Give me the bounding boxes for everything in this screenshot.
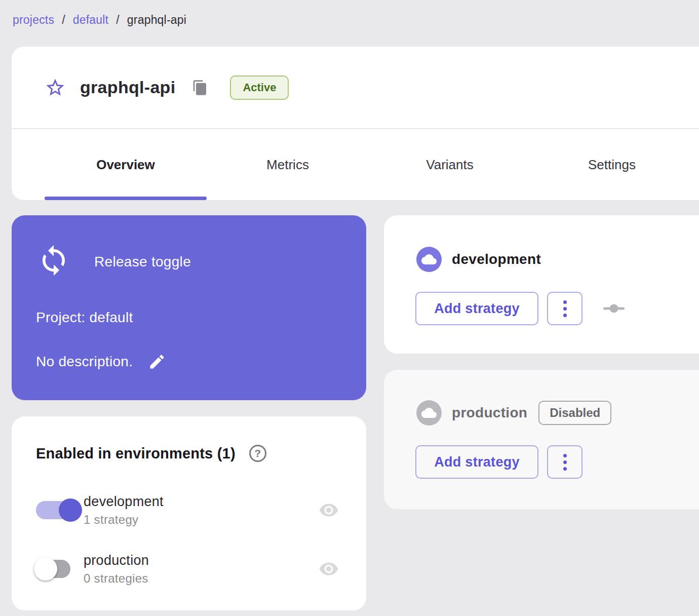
toggle-type-label: Release toggle (94, 254, 191, 270)
active-tab-indicator (45, 197, 207, 200)
environment-toggle-row-production: production 0 strategies (36, 548, 342, 590)
environment-header: production Disabled (416, 400, 611, 426)
kebab-icon (563, 314, 567, 317)
sync-icon (37, 244, 70, 279)
environment-toggle-row-development: development 1 strategy (36, 489, 342, 531)
breadcrumb-link-projects[interactable]: projects (13, 13, 54, 27)
breadcrumb: projects / default / graphql-api (13, 13, 186, 27)
toggle-thumb (34, 557, 57, 581)
add-strategy-button[interactable]: Add strategy (415, 292, 538, 325)
toggle-thumb (59, 498, 82, 522)
tab-overview-label: Overview (96, 157, 155, 173)
strategy-slider-icon (603, 304, 625, 313)
eye-icon[interactable] (316, 500, 342, 520)
breadcrumb-link-default[interactable]: default (73, 13, 108, 27)
environment-name: development (452, 251, 541, 267)
strategy-count: 1 strategy (84, 513, 316, 527)
add-strategy-button[interactable]: Add strategy (415, 445, 538, 479)
more-options-button[interactable] (547, 292, 582, 325)
breadcrumb-separator: / (116, 13, 120, 27)
status-badge: Active (230, 75, 289, 100)
environment-toggle-production[interactable] (36, 557, 84, 581)
cloud-icon (416, 247, 442, 272)
description-text: No description. (36, 354, 133, 370)
environment-name: production (84, 553, 316, 568)
kebab-icon (563, 467, 567, 471)
tab-bar: Overview Metrics Variants Settings (45, 129, 693, 200)
eye-icon[interactable] (316, 559, 342, 579)
help-icon[interactable]: ? (249, 445, 266, 462)
enabled-environments-title: Enabled in environments (1) (36, 445, 236, 462)
tab-variants[interactable]: Variants (369, 129, 531, 200)
environment-name: development (84, 494, 316, 510)
feature-header-row: graphql-api Active (12, 47, 699, 128)
copy-icon[interactable] (191, 79, 209, 96)
environment-card-development: development Add strategy (384, 215, 699, 354)
breadcrumb-separator: / (62, 13, 65, 27)
strategy-count: 0 strategies (84, 571, 316, 586)
project-label: Project: default (36, 310, 133, 326)
favorite-star-icon[interactable] (45, 77, 66, 98)
enabled-environments-card: Enabled in environments (1) ? developmen… (12, 416, 366, 610)
page-title: graphql-api (80, 78, 175, 97)
kebab-icon (563, 454, 567, 457)
cloud-icon (416, 400, 442, 426)
description-row: No description. (36, 353, 166, 371)
tab-overview[interactable]: Overview (45, 129, 207, 200)
kebab-icon (563, 300, 567, 304)
kebab-icon (563, 307, 567, 311)
breadcrumb-current: graphql-api (127, 13, 186, 27)
tab-metrics[interactable]: Metrics (207, 129, 369, 200)
kebab-icon (563, 460, 567, 464)
release-toggle-card: Release toggle Project: default No descr… (12, 215, 366, 400)
environment-toggle-development[interactable] (36, 498, 84, 522)
environment-row-text: production 0 strategies (84, 553, 316, 586)
more-options-button[interactable] (547, 445, 582, 479)
environment-actions: Add strategy (415, 445, 582, 479)
environment-actions: Add strategy (415, 292, 625, 325)
tab-settings-label: Settings (588, 157, 636, 173)
edit-description-icon[interactable] (148, 353, 166, 371)
enabled-environments-header: Enabled in environments (1) ? (36, 445, 266, 462)
tab-settings[interactable]: Settings (531, 129, 693, 200)
tab-metrics-label: Metrics (266, 157, 309, 173)
tab-variants-label: Variants (426, 157, 473, 173)
environment-row-text: development 1 strategy (84, 494, 316, 527)
environment-name: production (452, 405, 527, 421)
disabled-badge: Disabled (538, 401, 611, 425)
environment-card-production: production Disabled Add strategy (384, 370, 699, 509)
environment-header: development (416, 247, 541, 272)
feature-header-card: graphql-api Active Overview Metrics Vari… (12, 47, 699, 200)
